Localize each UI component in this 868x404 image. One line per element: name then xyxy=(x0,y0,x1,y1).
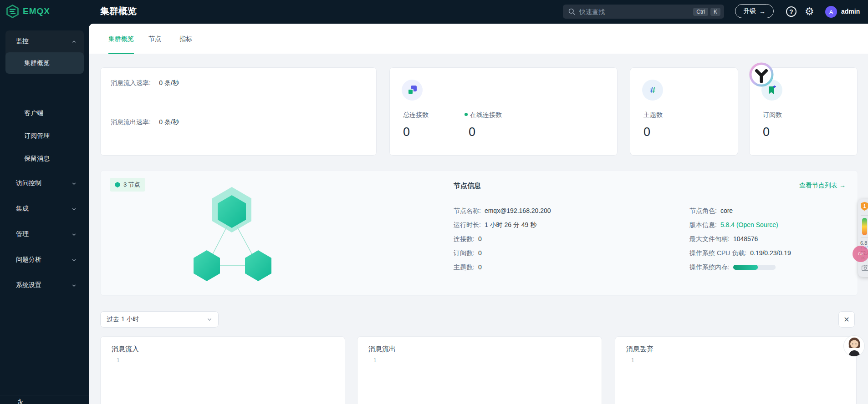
extension-avatar[interactable] xyxy=(843,335,865,357)
extension-pink-circle[interactable]: CA xyxy=(853,246,868,262)
divider xyxy=(861,215,868,216)
live-connections-label: 在线连接数 xyxy=(465,111,502,119)
sidebar: 监控 集群概览 客户端 订阅管理 保留消息 访问控制 集成 管理 问题分析 系统… xyxy=(0,24,89,404)
sidebar-item-monitoring[interactable]: 监控 xyxy=(5,30,84,52)
sidebar-item-cluster-overview[interactable]: 集群概览 xyxy=(5,52,84,74)
page-title: 集群概览 xyxy=(100,5,137,17)
arrow-right-icon: → xyxy=(759,8,766,15)
online-dot xyxy=(465,113,468,116)
sidebar-footer-text: 永 xyxy=(16,398,24,404)
chart-card-messages-out: 消息流出 1 xyxy=(357,336,602,404)
message-rate-card: 消息流入速率: 0 条/秒 消息流出速率: 0 条/秒 xyxy=(100,67,377,156)
chevron-down-icon xyxy=(71,207,77,212)
extension-side-widget[interactable]: 1 6.8 ↑ K/ 22.8 ↓K CA xyxy=(858,199,868,277)
node-count-text: 3 节点 xyxy=(123,181,140,189)
chevron-down-icon xyxy=(71,232,77,237)
sidebar-item-label: 系统设置 xyxy=(16,281,41,289)
upgrade-button[interactable]: 升级 → xyxy=(735,4,774,18)
sidebar-item-system-settings[interactable]: 系统设置 xyxy=(5,274,84,296)
version-link[interactable]: 5.8.4 (Open Source) xyxy=(720,221,778,228)
topics-hash-icon: # xyxy=(642,80,663,101)
upgrade-label: 升级 xyxy=(743,7,756,15)
uptime-row: 运行时长:1 小时 26 分 49 秒 xyxy=(454,221,536,229)
time-range-select[interactable]: 过去 1 小时 xyxy=(100,311,219,328)
search-icon xyxy=(568,8,575,15)
y-axis-tick: 1 xyxy=(373,357,377,364)
sidebar-item-label: 集成 xyxy=(16,205,29,213)
camera-icon[interactable] xyxy=(862,265,868,271)
view-node-list-link[interactable]: 查看节点列表 → xyxy=(799,182,846,190)
chart-title: 消息流入 xyxy=(112,345,139,354)
help-icon[interactable]: ? xyxy=(786,6,797,17)
hexagon-icon xyxy=(115,182,120,188)
username[interactable]: admin xyxy=(841,8,860,15)
top-bar: EMQX 集群概览 Ctrl K 升级 → ? ⚙ A admin xyxy=(0,0,868,24)
search-input[interactable] xyxy=(579,8,691,15)
kbd-k: K xyxy=(710,8,720,16)
kbd-ctrl: Ctrl xyxy=(693,8,708,16)
sidebar-item-access-control[interactable]: 访问控制 xyxy=(5,172,84,194)
gear-icon[interactable]: ⚙ xyxy=(805,5,814,18)
chevron-up-icon xyxy=(71,39,77,44)
chevron-down-icon xyxy=(71,181,77,186)
sidebar-divider xyxy=(0,395,89,395)
sidebar-item-retained-messages[interactable]: 保留消息 xyxy=(5,148,84,169)
user-avatar[interactable]: A xyxy=(825,6,837,18)
sidebar-item-label: 访问控制 xyxy=(16,179,41,187)
time-range-value: 过去 1 小时 xyxy=(107,315,139,323)
chart-title: 消息丢弃 xyxy=(626,345,654,354)
rate-out-value: 0 条/秒 xyxy=(159,118,179,126)
y-axis-tick: 1 xyxy=(117,357,120,364)
emqx-logo[interactable]: EMQX xyxy=(6,5,50,18)
sidebar-item-integrations[interactable]: 集成 xyxy=(5,198,84,220)
cluster-topology-graphic[interactable] xyxy=(186,177,291,286)
subscriptions-row: 订阅数:0 xyxy=(454,249,482,258)
tab-nodes[interactable]: 节点 xyxy=(148,24,161,54)
sidebar-item-label: 问题分析 xyxy=(16,256,41,264)
arrow-right-icon: → xyxy=(839,182,846,189)
svg-text:1: 1 xyxy=(863,204,866,209)
logo-text: EMQX xyxy=(23,6,50,16)
node-info-title: 节点信息 xyxy=(454,182,481,190)
tabs-bar: 集群概览 节点 指标 xyxy=(89,24,868,54)
gradient-meter-bar xyxy=(862,218,867,235)
sidebar-item-label: 管理 xyxy=(16,230,29,238)
subscriptions-label: 订阅数 xyxy=(763,111,782,119)
memory-progress-track xyxy=(733,265,776,270)
sidebar-item-management[interactable]: 管理 xyxy=(5,223,84,245)
topics-row: 主题数:0 xyxy=(454,263,482,272)
total-connections-value: 0 xyxy=(403,125,410,139)
close-charts-button[interactable]: ✕ xyxy=(838,311,855,328)
tab-metrics[interactable]: 指标 xyxy=(179,24,192,54)
sidebar-item-diagnose[interactable]: 问题分析 xyxy=(5,249,84,271)
memory-row: 操作系统内存: xyxy=(689,263,776,272)
node-count-badge: 3 节点 xyxy=(110,178,145,192)
sidebar-item-clients[interactable]: 客户端 xyxy=(5,102,84,124)
extension-ring-icon[interactable] xyxy=(749,62,774,87)
total-connections-label: 总连接数 xyxy=(403,111,429,119)
connections-row: 连接数:0 xyxy=(454,235,482,243)
link-text: 查看节点列表 xyxy=(799,182,837,189)
cartoon-girl-icon xyxy=(845,336,863,356)
quick-search[interactable]: Ctrl K xyxy=(563,5,724,19)
live-connections-text: 在线连接数 xyxy=(470,111,502,118)
rate-row-out: 消息流出速率: 0 条/秒 xyxy=(111,118,179,126)
sidebar-item-subscriptions[interactable]: 订阅管理 xyxy=(5,125,84,146)
chevron-down-icon xyxy=(71,283,77,288)
subscriptions-value: 0 xyxy=(763,125,770,139)
topics-card: # 主题数 0 xyxy=(630,67,738,156)
upload-speed: 6.8 xyxy=(860,240,868,246)
memory-progress-fill xyxy=(733,265,758,270)
rate-in-value: 0 条/秒 xyxy=(159,79,179,86)
chart-title: 消息流出 xyxy=(368,345,396,354)
tab-cluster-overview[interactable]: 集群概览 xyxy=(108,24,134,54)
emqx-hexagon-icon xyxy=(6,5,19,18)
chevron-down-icon xyxy=(207,317,212,322)
rate-row-in: 消息流入速率: 0 条/秒 xyxy=(111,79,179,87)
max-fds-row: 最大文件句柄:1048576 xyxy=(689,235,758,243)
cpu-load-row: 操作系统 CPU 负载:0.19/0.23/0.19 xyxy=(689,249,791,258)
topics-value: 0 xyxy=(643,125,650,139)
topics-label: 主题数 xyxy=(643,111,663,119)
connections-card: 总连接数 0 在线连接数 0 xyxy=(389,67,618,156)
node-info-panel: 3 节点 节点信息 查看节点列表 → 节点名称:emqx@192.168.20.… xyxy=(100,170,858,296)
